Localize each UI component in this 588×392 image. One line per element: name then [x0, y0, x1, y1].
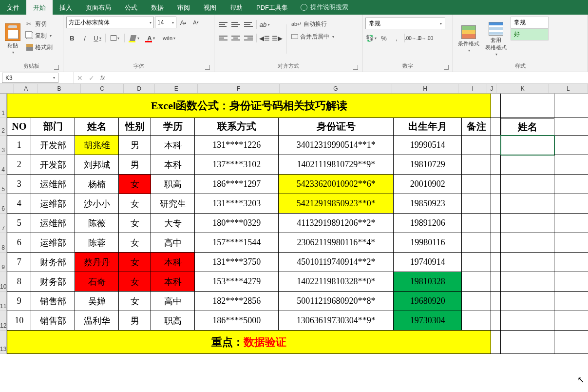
data-cell[interactable]: [462, 194, 491, 214]
data-cell[interactable]: 运维部: [31, 214, 75, 233]
cell[interactable]: [491, 175, 501, 194]
cell[interactable]: [491, 194, 501, 214]
col-header-J[interactable]: J: [487, 84, 497, 93]
cell[interactable]: [554, 94, 588, 118]
data-cell[interactable]: 19740914: [394, 253, 462, 272]
data-cell[interactable]: 9: [7, 292, 31, 311]
cell[interactable]: [491, 155, 501, 175]
data-cell[interactable]: 男: [119, 136, 151, 155]
align-right-button[interactable]: [243, 32, 254, 44]
cell[interactable]: [491, 136, 501, 155]
bold-button[interactable]: B: [66, 32, 78, 44]
dialog-launcher-icon[interactable]: [54, 65, 59, 70]
data-cell[interactable]: 19891206: [394, 214, 462, 233]
cell[interactable]: [491, 292, 501, 311]
col-header-C[interactable]: C: [81, 84, 124, 93]
select-all-corner[interactable]: [0, 84, 14, 93]
data-cell[interactable]: 50011219680920**8*: [279, 292, 394, 311]
data-cell[interactable]: 19810328: [394, 272, 462, 292]
data-cell[interactable]: 13063619730304**9*: [279, 311, 394, 331]
data-cell[interactable]: 开发部: [31, 136, 75, 155]
data-cell[interactable]: 男: [119, 311, 151, 331]
data-cell[interactable]: 34012319990514**1*: [279, 136, 394, 155]
format-as-table-button[interactable]: 套用 表格格式▾: [483, 17, 509, 61]
data-cell[interactable]: 男: [119, 155, 151, 175]
data-cell[interactable]: [462, 233, 491, 253]
data-cell[interactable]: 胡兆维: [75, 136, 119, 155]
cancel-icon[interactable]: ✕: [77, 74, 83, 82]
tab-公式[interactable]: 公式: [118, 0, 144, 15]
row-header-4[interactable]: 4: [0, 155, 6, 175]
header-cell[interactable]: 部门: [31, 118, 75, 136]
data-cell[interactable]: [462, 292, 491, 311]
data-cell[interactable]: 职高: [151, 175, 195, 194]
data-cell[interactable]: 23062119980116**4*: [279, 233, 394, 253]
data-cell[interactable]: [462, 214, 491, 233]
data-cell[interactable]: 131****3750: [195, 253, 279, 272]
data-cell[interactable]: 2: [7, 155, 31, 175]
data-cell[interactable]: 石奇: [75, 272, 119, 292]
data-cell[interactable]: [462, 253, 491, 272]
fx-icon[interactable]: fx: [100, 75, 105, 81]
data-cell[interactable]: 运维部: [31, 175, 75, 194]
formula-input[interactable]: [108, 72, 588, 83]
data-cell[interactable]: 4: [7, 194, 31, 214]
cell[interactable]: [501, 253, 554, 272]
cell[interactable]: [554, 233, 588, 253]
data-cell[interactable]: 7: [7, 253, 31, 272]
cut-button[interactable]: ✂剪切: [24, 19, 55, 29]
align-left-button[interactable]: [217, 32, 229, 44]
data-cell[interactable]: 1: [7, 136, 31, 155]
decrease-indent-button[interactable]: ◀☰: [259, 32, 270, 44]
header-cell[interactable]: 备注: [462, 118, 491, 136]
cell[interactable]: [501, 136, 554, 155]
row-header-12[interactable]: 12: [0, 311, 6, 331]
data-cell[interactable]: 10: [7, 311, 31, 331]
cell[interactable]: [501, 155, 554, 175]
data-cell[interactable]: 女: [119, 253, 151, 272]
orientation-button[interactable]: ab▾: [259, 19, 270, 30]
row-header-10[interactable]: 10: [0, 272, 6, 292]
data-cell[interactable]: 19810729: [394, 155, 462, 175]
data-cell[interactable]: 186****1297: [195, 175, 279, 194]
phonetic-button[interactable]: wén▾: [163, 32, 175, 44]
row-header-11[interactable]: 11: [0, 292, 6, 311]
align-center-button[interactable]: [230, 32, 242, 44]
data-cell[interactable]: 131****1226: [195, 136, 279, 155]
data-cell[interactable]: 3: [7, 175, 31, 194]
data-cell[interactable]: 本科: [151, 136, 195, 155]
data-cell[interactable]: 沙小小: [75, 194, 119, 214]
data-cell[interactable]: 女: [119, 175, 151, 194]
data-cell[interactable]: 高中: [151, 292, 195, 311]
data-cell[interactable]: 杨楠: [75, 175, 119, 194]
data-cell[interactable]: 运维部: [31, 233, 75, 253]
col-header-A[interactable]: A: [14, 84, 38, 93]
cell[interactable]: [491, 233, 501, 253]
data-cell[interactable]: 销售部: [31, 311, 75, 331]
data-cell[interactable]: 研究生: [151, 194, 195, 214]
col-header-L[interactable]: L: [549, 84, 588, 93]
italic-button[interactable]: I: [79, 32, 91, 44]
data-cell[interactable]: 19850923: [394, 194, 462, 214]
align-bottom-button[interactable]: [243, 19, 254, 30]
cell[interactable]: [501, 214, 554, 233]
dialog-launcher-icon[interactable]: [444, 65, 449, 70]
data-cell[interactable]: 财务部: [31, 272, 75, 292]
data-cell[interactable]: 女: [119, 214, 151, 233]
cell[interactable]: [554, 292, 588, 311]
data-cell[interactable]: 19680920: [394, 292, 462, 311]
tab-审阅[interactable]: 审阅: [171, 0, 197, 15]
row-header-6[interactable]: 6: [0, 194, 6, 214]
row-header-3[interactable]: 3: [0, 136, 6, 155]
data-cell[interactable]: 19980116: [394, 233, 462, 253]
data-cell[interactable]: 8: [7, 272, 31, 292]
col-header-K[interactable]: K: [496, 84, 549, 93]
data-cell[interactable]: 54233620010902**6*: [279, 175, 394, 194]
style-good[interactable]: 好: [511, 29, 549, 40]
data-cell[interactable]: 刘邦城: [75, 155, 119, 175]
comma-button[interactable]: ,: [391, 32, 402, 44]
footer-cell[interactable]: 重点：数据验证: [7, 331, 491, 354]
data-cell[interactable]: 20010902: [394, 175, 462, 194]
data-cell[interactable]: [462, 136, 491, 155]
data-cell[interactable]: 高中: [151, 233, 195, 253]
